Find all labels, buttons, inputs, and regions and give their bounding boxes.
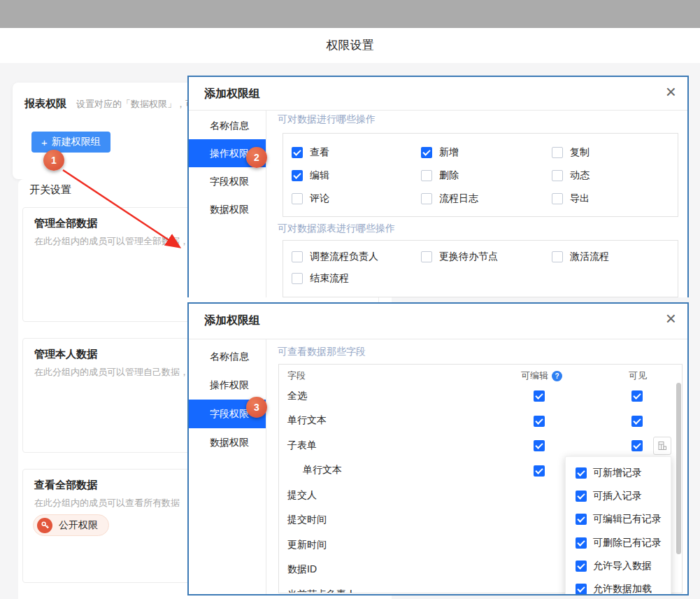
popup-item-allow-data-load[interactable]: 允许数据加载 bbox=[566, 577, 671, 596]
field-label: 当前节点负责人 bbox=[287, 589, 356, 593]
editable-checkbox[interactable] bbox=[534, 465, 545, 477]
create-checkbox[interactable] bbox=[421, 147, 432, 158]
step-badge-1: 1 bbox=[43, 150, 64, 171]
field-label: 数据ID bbox=[287, 563, 317, 576]
tab-name-info[interactable]: 名称信息 bbox=[189, 111, 266, 139]
allow-data-load-checkbox[interactable] bbox=[576, 584, 587, 595]
field-label: 提交时间 bbox=[287, 514, 327, 526]
card-description: 在此分组内的成员可以管理自己数据，并拥 bbox=[34, 366, 207, 379]
new-permission-group-button[interactable]: + 新建权限组 bbox=[31, 132, 110, 153]
field-label: 更新时间 bbox=[287, 539, 327, 551]
activate-process-checkbox[interactable] bbox=[552, 251, 563, 262]
checkbox-item-change-todo-node[interactable]: 更换待办节点 bbox=[421, 251, 552, 263]
column-header-editable: 可编辑 ? bbox=[521, 369, 562, 382]
modal-sidebar: 名称信息 操作权限 字段权限 数据权限 bbox=[189, 339, 266, 596]
change-todo-node-checkbox[interactable] bbox=[421, 251, 432, 262]
public-permission-badge: 公开权限 bbox=[33, 514, 109, 536]
new-permission-group-label: 新建权限组 bbox=[52, 136, 101, 148]
checkbox-item-export[interactable]: 导出 bbox=[552, 192, 669, 205]
checkbox-item-copy[interactable]: 复制 bbox=[552, 146, 669, 159]
step-badge-2: 2 bbox=[246, 147, 267, 168]
allow-import-checkbox[interactable] bbox=[576, 561, 587, 572]
delete-checkbox[interactable] bbox=[421, 170, 432, 181]
field-label: 提交人 bbox=[287, 489, 317, 502]
checkbox-item-adjust-process-owner[interactable]: 调整流程负责人 bbox=[292, 251, 421, 263]
editable-checkbox[interactable] bbox=[534, 390, 545, 402]
insert-record-checkbox[interactable] bbox=[576, 491, 587, 502]
checkbox-item-comment[interactable]: 评论 bbox=[292, 192, 421, 205]
checkbox-item-end-process[interactable]: 结束流程 bbox=[292, 272, 421, 285]
close-icon[interactable]: × bbox=[666, 81, 676, 103]
visible-checkbox[interactable] bbox=[631, 390, 643, 402]
comment-checkbox[interactable] bbox=[292, 193, 303, 204]
switch-settings-title: 开关设置 bbox=[29, 183, 71, 197]
card-title: 管理本人数据 bbox=[34, 348, 97, 361]
tab-operation-permission[interactable]: 操作权限 bbox=[189, 371, 266, 400]
popup-item-label: 可新增记录 bbox=[593, 467, 642, 479]
popup-item-label: 允许数据加载 bbox=[593, 583, 652, 596]
edit-checkbox[interactable] bbox=[292, 170, 303, 181]
help-icon[interactable]: ? bbox=[552, 371, 562, 381]
checkbox-item-create[interactable]: 新增 bbox=[421, 146, 552, 159]
delete-existing-checkbox[interactable] bbox=[576, 537, 587, 549]
checkbox-label: 新增 bbox=[439, 146, 459, 159]
key-icon bbox=[37, 518, 52, 533]
modal-sidebar: 名称信息 操作权限 字段权限 数据权限 bbox=[189, 110, 266, 297]
popup-item-allow-import[interactable]: 允许导入数据 bbox=[566, 554, 671, 577]
tab-data-permission[interactable]: 数据权限 bbox=[189, 428, 266, 457]
checkbox-item-view[interactable]: 查看 bbox=[292, 146, 421, 159]
checkbox-item-delete[interactable]: 删除 bbox=[421, 169, 552, 182]
field-label: 全选 bbox=[287, 390, 307, 402]
checkbox-item-process-log[interactable]: 流程日志 bbox=[421, 192, 552, 205]
popup-item-label: 可插入记录 bbox=[593, 490, 642, 502]
column-header-editable-label: 可编辑 bbox=[521, 369, 548, 382]
page-title: 权限设置 bbox=[0, 28, 700, 63]
activity-checkbox[interactable] bbox=[552, 170, 563, 181]
visible-checkbox[interactable] bbox=[631, 416, 643, 427]
popup-item-label: 允许导入数据 bbox=[593, 560, 652, 572]
view-checkbox[interactable] bbox=[292, 147, 303, 158]
checkbox-label: 删除 bbox=[439, 169, 459, 182]
popup-item-insert-record[interactable]: 可插入记录 bbox=[566, 484, 671, 507]
checkbox-item-activity[interactable]: 动态 bbox=[552, 169, 669, 182]
process-log-checkbox[interactable] bbox=[421, 193, 432, 204]
public-permission-label: 公开权限 bbox=[59, 519, 98, 532]
table-row-subform: 子表单 bbox=[279, 433, 682, 458]
card-title: 查看全部数据 bbox=[34, 479, 97, 492]
plus-icon: + bbox=[41, 137, 48, 148]
subform-options-popup: 可新增记录 可插入记录 可编辑已有记录 可删除已有记录 允许导入数据 允许数据加… bbox=[565, 456, 671, 596]
checkbox-label: 动态 bbox=[570, 169, 590, 182]
add-permission-group-modal-operation: 添加权限组 × 名称信息 操作权限 字段权限 数据权限 可对数据进行哪些操作 查… bbox=[187, 76, 689, 297]
adjust-process-owner-checkbox[interactable] bbox=[292, 251, 303, 262]
subform-settings-button[interactable] bbox=[653, 437, 671, 455]
add-record-checkbox[interactable] bbox=[576, 467, 587, 479]
table-row-select-all: 全选 bbox=[279, 383, 682, 409]
edit-existing-checkbox[interactable] bbox=[576, 514, 587, 525]
tab-name-info[interactable]: 名称信息 bbox=[189, 342, 266, 371]
close-icon[interactable]: × bbox=[666, 308, 676, 330]
checkbox-item-activate-process[interactable]: 激活流程 bbox=[552, 251, 669, 263]
popup-item-add-record[interactable]: 可新增记录 bbox=[566, 461, 671, 484]
column-header-visible: 可见 bbox=[629, 369, 647, 382]
checkbox-label: 评论 bbox=[310, 192, 329, 205]
popup-item-delete-existing[interactable]: 可删除已有记录 bbox=[566, 531, 671, 554]
editable-checkbox[interactable] bbox=[534, 416, 545, 427]
end-process-checkbox[interactable] bbox=[292, 273, 303, 284]
tab-data-permission[interactable]: 数据权限 bbox=[189, 195, 266, 223]
window-top-bar bbox=[0, 0, 700, 28]
export-checkbox[interactable] bbox=[552, 193, 563, 204]
section-title-viewable-fields: 可查看数据那些字段 bbox=[278, 346, 366, 358]
checkbox-label: 调整流程负责人 bbox=[310, 251, 378, 263]
datasource-operations-box: 调整流程负责人 更换待办节点 激活流程 结束流程 bbox=[283, 240, 678, 297]
table-header-row: 字段 可编辑 ? 可见 bbox=[279, 365, 682, 383]
checkbox-item-edit[interactable]: 编辑 bbox=[292, 169, 421, 182]
section-title-datasource-operations: 可对数据源表进行哪些操作 bbox=[278, 223, 395, 235]
visible-checkbox[interactable] bbox=[631, 440, 643, 451]
tab-field-permission[interactable]: 字段权限 bbox=[189, 167, 266, 195]
popup-item-edit-existing[interactable]: 可编辑已有记录 bbox=[566, 508, 671, 531]
column-header-field: 字段 bbox=[287, 369, 306, 382]
table-scrollbar[interactable] bbox=[676, 383, 681, 554]
copy-checkbox[interactable] bbox=[552, 147, 563, 158]
table-row-single-line-text: 单行文本 bbox=[279, 409, 682, 434]
editable-checkbox[interactable] bbox=[534, 440, 545, 451]
